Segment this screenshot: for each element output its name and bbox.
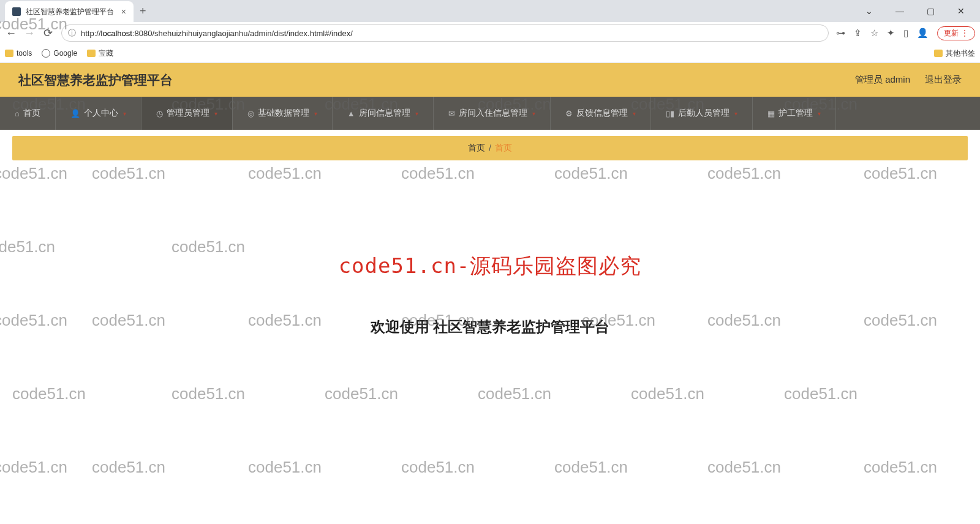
extension-icon[interactable]: ✦ (887, 28, 895, 39)
nav-room-checkin[interactable]: ✉ 房间入住信息管理 ▾ (434, 97, 551, 130)
logout-button[interactable]: 退出登录 (925, 74, 962, 86)
target-icon: ◎ (247, 109, 254, 118)
bookmark-tools[interactable]: tools (5, 49, 32, 58)
home-icon: ⌂ (15, 109, 20, 118)
back-button[interactable]: ← (5, 27, 17, 40)
menu-dots-icon: ⋮ (961, 29, 968, 37)
user-label[interactable]: 管理员 admin (855, 74, 910, 86)
minimize-icon[interactable]: — (891, 6, 909, 16)
url-text: http://localhost:8080/shehuizhihuiyangla… (81, 29, 353, 38)
bg-watermark: code51.cn (401, 458, 475, 477)
bg-watermark: code51.cn (92, 458, 165, 477)
bg-watermark: code51.cn (12, 384, 86, 403)
bg-watermark: code51.cn (325, 384, 398, 403)
bookmarks-bar: tools Google 宝藏 其他书签 (0, 44, 980, 62)
nav-logistics[interactable]: ▯▮ 后勤人员管理 ▾ (651, 97, 753, 130)
forward-button[interactable]: → (23, 27, 36, 40)
bg-watermark: code51.cn (248, 458, 322, 477)
chevron-down-icon: ▾ (532, 110, 535, 117)
bookmark-treasure[interactable]: 宝藏 (87, 48, 113, 59)
chevron-down-icon: ▾ (123, 110, 126, 117)
welcome-text: 欢迎使用 社区智慧养老监护管理平台 (12, 317, 968, 337)
bookmark-google[interactable]: Google (42, 49, 77, 58)
url-box[interactable]: ⓘ http://localhost:8080/shehuizhihuiyang… (61, 24, 829, 42)
nav-personal-center[interactable]: 👤 个人中心 ▾ (56, 97, 141, 130)
nav-feedback[interactable]: ⚙ 反馈信息管理 ▾ (551, 97, 651, 130)
breadcrumb: 首页 / 首页 (12, 136, 968, 160)
nav-admin-management[interactable]: ◷ 管理员管理 ▾ (141, 97, 233, 130)
reader-icon[interactable]: ▯ (903, 28, 908, 39)
chevron-down-icon[interactable]: ⌄ (860, 6, 878, 16)
key-icon[interactable]: ⊶ (836, 28, 845, 39)
maximize-icon[interactable]: ▢ (921, 6, 940, 16)
bg-watermark: code51.cn (707, 458, 781, 477)
update-button[interactable]: 更新 ⋮ (937, 26, 975, 40)
watermark-notice: code51.cn-源码乐园盗图必究 (12, 252, 968, 280)
share-icon[interactable]: ⇪ (854, 28, 862, 39)
bg-watermark: code51.cn (554, 458, 628, 477)
app-title: 社区智慧养老监护管理平台 (18, 72, 173, 89)
chevron-down-icon: ▾ (415, 110, 418, 117)
nav-room-info[interactable]: ▲ 房间信息管理 ▾ (333, 97, 434, 130)
address-bar: ← → ⟳ ⓘ http://localhost:8080/shehuizhih… (0, 22, 980, 44)
bg-watermark: code51.cn (172, 384, 245, 403)
new-tab-button[interactable]: + (134, 5, 153, 18)
browser-chrome: 社区智慧养老监护管理平台 × + ⌄ — ▢ ✕ ← → ⟳ ⓘ http://… (0, 0, 980, 63)
close-icon[interactable]: ✕ (952, 6, 970, 16)
gear-icon: ⚙ (565, 109, 573, 118)
chevron-down-icon: ▾ (734, 110, 737, 117)
folder-icon (5, 50, 13, 57)
tab-bar: 社区智慧养老监护管理平台 × + ⌄ — ▢ ✕ (0, 0, 980, 22)
globe-icon (42, 49, 50, 58)
breadcrumb-current: 首页 (495, 143, 512, 154)
user-icon: 👤 (70, 109, 80, 118)
content: code51.cn-源码乐园盗图必究 欢迎使用 社区智慧养老监护管理平台 (0, 167, 980, 361)
bg-watermark: code51.cn (631, 384, 704, 403)
breadcrumb-root[interactable]: 首页 (468, 143, 485, 154)
addr-right: ⊶ ⇪ ☆ ✦ ▯ 👤 更新 ⋮ (836, 26, 975, 40)
info-icon[interactable]: ⓘ (68, 28, 76, 39)
breadcrumb-sep: / (489, 143, 491, 153)
nav-buttons: ← → ⟳ (5, 26, 54, 40)
chevron-down-icon: ▾ (633, 110, 636, 117)
bg-watermark: code51.cn (784, 384, 858, 403)
person-icon: ▲ (347, 109, 355, 118)
bg-watermark: code51.cn (864, 458, 937, 477)
folder-icon (934, 50, 943, 57)
reload-button[interactable]: ⟳ (42, 26, 54, 40)
bookmark-other[interactable]: 其他书签 (934, 48, 975, 59)
mail-icon: ✉ (448, 109, 455, 118)
app-header: 社区智慧养老监护管理平台 管理员 admin 退出登录 (0, 63, 980, 97)
clock-icon: ◷ (156, 109, 163, 118)
chevron-down-icon: ▾ (314, 110, 317, 117)
vue-favicon (12, 7, 21, 16)
chevron-down-icon: ▾ (818, 110, 821, 117)
breadcrumb-wrap: 首页 / 首页 (0, 130, 980, 167)
window-controls: ⌄ — ▢ ✕ (860, 6, 980, 16)
tab-title: 社区智慧养老监护管理平台 (26, 7, 114, 17)
star-icon[interactable]: ☆ (870, 28, 878, 39)
profile-icon[interactable]: 👤 (917, 28, 929, 39)
header-right: 管理员 admin 退出登录 (855, 74, 962, 86)
bg-watermark: code51.cn (0, 458, 67, 477)
tab-close-icon[interactable]: × (121, 7, 126, 17)
nav-menu: ⌂ 首页 👤 个人中心 ▾ ◷ 管理员管理 ▾ ◎ 基础数据管理 ▾ ▲ 房间信… (0, 97, 980, 130)
nav-home[interactable]: ⌂ 首页 (0, 97, 56, 130)
bg-watermark: code51.cn (478, 384, 551, 403)
calendar-icon: ▦ (767, 109, 775, 118)
folder-icon (87, 50, 96, 57)
chart-icon: ▯▮ (666, 109, 674, 118)
browser-tab[interactable]: 社区智慧养老监护管理平台 × (5, 1, 134, 22)
nav-nurse[interactable]: ▦ 护工管理 ▾ (753, 97, 836, 130)
nav-basic-data[interactable]: ◎ 基础数据管理 ▾ (233, 97, 333, 130)
chevron-down-icon: ▾ (214, 110, 217, 117)
